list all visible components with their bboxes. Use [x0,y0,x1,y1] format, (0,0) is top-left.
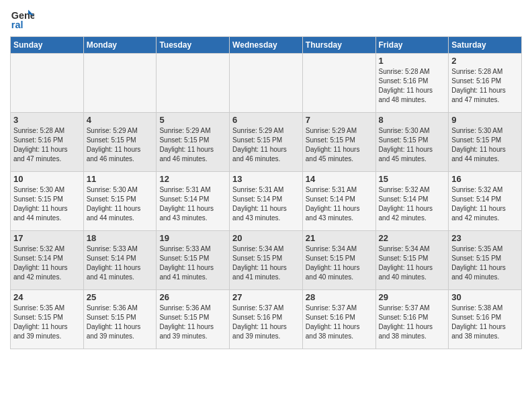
day-info: Sunrise: 5:35 AM Sunset: 5:15 PM Dayligh… [451,244,519,282]
day-number: 17 [13,233,81,243]
day-info: Sunrise: 5:32 AM Sunset: 5:14 PM Dayligh… [451,185,519,223]
day-info: Sunrise: 5:36 AM Sunset: 5:15 PM Dayligh… [159,304,226,341]
day-number: 21 [306,233,373,243]
calendar-cell [11,54,84,113]
day-number: 13 [232,174,300,184]
day-number: 28 [306,292,373,302]
calendar-week-row: 10Sunrise: 5:30 AM Sunset: 5:15 PM Dayli… [11,172,522,231]
day-number: 23 [451,233,519,243]
calendar-cell: 6Sunrise: 5:29 AM Sunset: 5:15 PM Daylig… [230,113,303,172]
calendar-week-row: 24Sunrise: 5:35 AM Sunset: 5:15 PM Dayli… [11,290,522,349]
calendar-cell: 15Sunrise: 5:32 AM Sunset: 5:14 PM Dayli… [375,172,449,231]
logo-icon: Gene ral [10,7,34,31]
calendar-cell: 11Sunrise: 5:30 AM Sunset: 5:15 PM Dayli… [83,172,157,231]
day-number: 5 [159,115,226,125]
day-info: Sunrise: 5:29 AM Sunset: 5:15 PM Dayligh… [306,126,373,164]
calendar-cell: 7Sunrise: 5:29 AM Sunset: 5:15 PM Daylig… [302,113,375,172]
day-info: Sunrise: 5:28 AM Sunset: 5:16 PM Dayligh… [13,126,81,164]
day-number: 15 [379,174,446,184]
day-number: 3 [13,115,81,125]
calendar-cell: 17Sunrise: 5:32 AM Sunset: 5:14 PM Dayli… [11,231,84,290]
day-info: Sunrise: 5:30 AM Sunset: 5:15 PM Dayligh… [379,126,446,164]
calendar-table: SundayMondayTuesdayWednesdayThursdayFrid… [10,36,522,349]
day-number: 30 [451,292,519,302]
calendar-cell: 18Sunrise: 5:33 AM Sunset: 5:14 PM Dayli… [83,231,157,290]
calendar-cell: 9Sunrise: 5:30 AM Sunset: 5:15 PM Daylig… [449,113,522,172]
calendar-cell: 25Sunrise: 5:36 AM Sunset: 5:15 PM Dayli… [83,290,157,349]
calendar-cell: 10Sunrise: 5:30 AM Sunset: 5:15 PM Dayli… [11,172,84,231]
calendar-cell: 2Sunrise: 5:28 AM Sunset: 5:16 PM Daylig… [449,54,522,113]
day-info: Sunrise: 5:34 AM Sunset: 5:15 PM Dayligh… [379,244,446,282]
day-number: 29 [379,292,446,302]
calendar-cell: 4Sunrise: 5:29 AM Sunset: 5:15 PM Daylig… [83,113,157,172]
day-info: Sunrise: 5:36 AM Sunset: 5:15 PM Dayligh… [87,304,154,341]
calendar-cell [157,54,230,113]
day-number: 4 [87,115,154,125]
logo: Gene ral [10,7,37,31]
day-info: Sunrise: 5:37 AM Sunset: 5:16 PM Dayligh… [306,304,373,341]
svg-text:ral: ral [11,19,24,30]
day-number: 20 [232,233,300,243]
calendar-cell: 13Sunrise: 5:31 AM Sunset: 5:14 PM Dayli… [230,172,303,231]
calendar-cell: 21Sunrise: 5:34 AM Sunset: 5:15 PM Dayli… [302,231,375,290]
day-info: Sunrise: 5:34 AM Sunset: 5:15 PM Dayligh… [306,244,373,282]
day-info: Sunrise: 5:37 AM Sunset: 5:16 PM Dayligh… [379,304,446,341]
calendar-cell: 8Sunrise: 5:30 AM Sunset: 5:15 PM Daylig… [375,113,449,172]
day-number: 27 [232,292,300,302]
calendar-cell: 19Sunrise: 5:33 AM Sunset: 5:15 PM Dayli… [157,231,230,290]
column-header-sunday: Sunday [11,37,84,54]
calendar-cell: 28Sunrise: 5:37 AM Sunset: 5:16 PM Dayli… [302,290,375,349]
calendar-week-row: 3Sunrise: 5:28 AM Sunset: 5:16 PM Daylig… [11,113,522,172]
day-info: Sunrise: 5:29 AM Sunset: 5:15 PM Dayligh… [159,126,226,164]
day-info: Sunrise: 5:28 AM Sunset: 5:16 PM Dayligh… [451,67,519,105]
calendar-cell: 5Sunrise: 5:29 AM Sunset: 5:15 PM Daylig… [157,113,230,172]
day-info: Sunrise: 5:34 AM Sunset: 5:15 PM Dayligh… [232,244,300,282]
column-header-saturday: Saturday [449,37,522,54]
calendar-cell [83,54,157,113]
calendar-cell: 1Sunrise: 5:28 AM Sunset: 5:16 PM Daylig… [375,54,449,113]
day-number: 16 [451,174,519,184]
day-info: Sunrise: 5:31 AM Sunset: 5:14 PM Dayligh… [232,185,300,223]
day-info: Sunrise: 5:31 AM Sunset: 5:14 PM Dayligh… [306,185,373,223]
calendar-cell: 26Sunrise: 5:36 AM Sunset: 5:15 PM Dayli… [157,290,230,349]
day-info: Sunrise: 5:38 AM Sunset: 5:16 PM Dayligh… [451,304,519,341]
calendar-cell: 30Sunrise: 5:38 AM Sunset: 5:16 PM Dayli… [449,290,522,349]
day-number: 7 [306,115,373,125]
column-header-thursday: Thursday [302,37,375,54]
day-number: 8 [379,115,446,125]
day-info: Sunrise: 5:32 AM Sunset: 5:14 PM Dayligh… [13,244,81,282]
column-header-friday: Friday [375,37,449,54]
column-header-wednesday: Wednesday [230,37,303,54]
day-number: 19 [159,233,226,243]
day-number: 11 [87,174,154,184]
day-number: 14 [306,174,373,184]
calendar-cell: 27Sunrise: 5:37 AM Sunset: 5:16 PM Dayli… [230,290,303,349]
day-number: 26 [159,292,226,302]
day-number: 25 [87,292,154,302]
day-number: 24 [13,292,81,302]
day-number: 1 [379,56,446,66]
calendar-cell: 29Sunrise: 5:37 AM Sunset: 5:16 PM Dayli… [375,290,449,349]
calendar-cell: 14Sunrise: 5:31 AM Sunset: 5:14 PM Dayli… [302,172,375,231]
column-header-monday: Monday [83,37,157,54]
day-number: 12 [159,174,226,184]
day-info: Sunrise: 5:37 AM Sunset: 5:16 PM Dayligh… [232,304,300,341]
calendar-cell: 3Sunrise: 5:28 AM Sunset: 5:16 PM Daylig… [11,113,84,172]
day-info: Sunrise: 5:29 AM Sunset: 5:15 PM Dayligh… [232,126,300,164]
calendar-cell: 16Sunrise: 5:32 AM Sunset: 5:14 PM Dayli… [449,172,522,231]
day-number: 18 [87,233,154,243]
calendar-cell: 22Sunrise: 5:34 AM Sunset: 5:15 PM Dayli… [375,231,449,290]
calendar-header-row: SundayMondayTuesdayWednesdayThursdayFrid… [11,37,522,54]
day-number: 10 [13,174,81,184]
day-info: Sunrise: 5:31 AM Sunset: 5:14 PM Dayligh… [159,185,226,223]
calendar-week-row: 1Sunrise: 5:28 AM Sunset: 5:16 PM Daylig… [11,54,522,113]
column-header-tuesday: Tuesday [157,37,230,54]
day-info: Sunrise: 5:30 AM Sunset: 5:15 PM Dayligh… [87,185,154,223]
day-info: Sunrise: 5:33 AM Sunset: 5:15 PM Dayligh… [159,244,226,282]
day-number: 22 [379,233,446,243]
day-info: Sunrise: 5:35 AM Sunset: 5:15 PM Dayligh… [13,304,81,341]
day-number: 9 [451,115,519,125]
day-info: Sunrise: 5:33 AM Sunset: 5:14 PM Dayligh… [87,244,154,282]
day-info: Sunrise: 5:30 AM Sunset: 5:15 PM Dayligh… [13,185,81,223]
calendar-cell: 12Sunrise: 5:31 AM Sunset: 5:14 PM Dayli… [157,172,230,231]
